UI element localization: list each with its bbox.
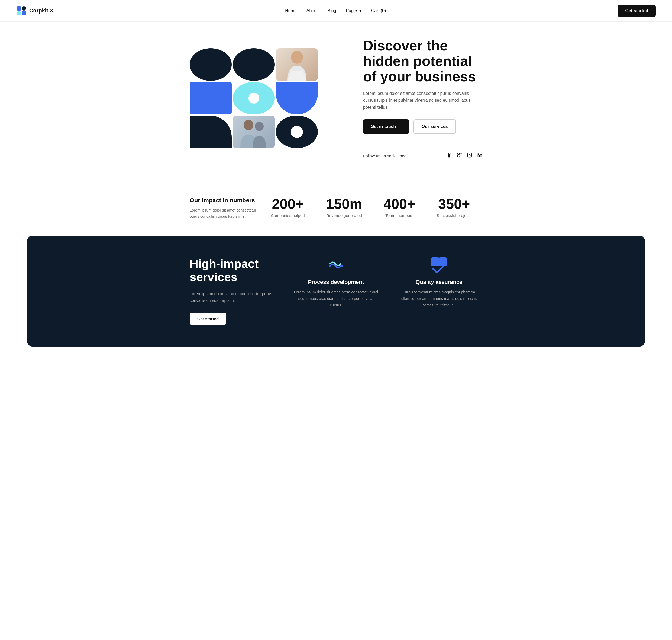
shape-blue-square — [190, 82, 232, 114]
stat-projects-label: Successful projects — [436, 213, 472, 218]
service-2-description: Turpis fermentum cras magnis est pharetr… — [395, 289, 482, 308]
shape-dark-circle-bottom — [276, 116, 318, 148]
facebook-icon[interactable] — [447, 153, 451, 159]
shape-dark-circle-top-mid — [233, 48, 275, 81]
logo-icon — [16, 6, 27, 16]
dark-description: Lorem ipsum dolor sit amet consectetur p… — [190, 290, 277, 304]
dark-section-grid: High-impact services Lorem ipsum dolor s… — [190, 257, 482, 325]
hero-visual — [190, 48, 325, 149]
social-label: Follow us on social media — [363, 154, 410, 158]
shape-dark-circle-top — [190, 48, 232, 81]
shape-photo-1 — [276, 48, 318, 81]
stat-revenue: 150m Revenue generated — [326, 197, 362, 218]
svg-point-10 — [478, 153, 479, 154]
hero-title: Discover the hidden potential of your bu… — [363, 38, 482, 85]
dark-title: High-impact services — [190, 257, 277, 283]
svg-point-6 — [255, 122, 264, 131]
svg-rect-1 — [22, 6, 26, 11]
stats-numbers: 200+ Companies helped 150m Revenue gener… — [260, 197, 482, 218]
social-icons — [447, 153, 482, 159]
stat-team: 400+ Team members — [384, 197, 415, 218]
stats-intro: Our impact in numbers Lorem ipsum dolor … — [190, 197, 260, 219]
hero-content: Discover the hidden potential of your bu… — [363, 38, 482, 159]
svg-rect-14 — [438, 257, 447, 266]
svg-point-5 — [243, 120, 253, 130]
nav-pages-dropdown[interactable]: Pages ▾ — [346, 8, 361, 13]
hero-buttons: Get in touch → Our services — [363, 119, 482, 134]
dark-intro: High-impact services Lorem ipsum dolor s… — [190, 257, 277, 325]
stat-companies-label: Companies helped — [271, 213, 304, 218]
chevron-down-icon: ▾ — [359, 8, 361, 13]
svg-rect-0 — [17, 6, 21, 11]
nav-about[interactable]: About — [307, 9, 318, 13]
stat-projects: 350+ Successful projects — [436, 197, 472, 218]
hero-social: Follow us on social media — [363, 145, 482, 159]
stat-companies: 200+ Companies helped — [271, 197, 304, 218]
hero-cta-secondary[interactable]: Our services — [414, 119, 456, 134]
svg-rect-3 — [22, 11, 26, 15]
stat-revenue-label: Revenue generated — [326, 213, 362, 218]
shape-cyan-circle — [233, 82, 275, 114]
svg-marker-12 — [341, 265, 344, 267]
instagram-icon[interactable] — [467, 153, 472, 159]
svg-rect-9 — [478, 155, 479, 157]
stat-revenue-number: 150m — [326, 197, 362, 211]
brand-logo[interactable]: Corpkit X — [16, 6, 54, 16]
navbar: Corpkit X Home About Blog Pages ▾ Cart (… — [0, 0, 672, 22]
brand-name: Corpkit X — [29, 8, 54, 14]
dark-section: High-impact services Lorem ipsum dolor s… — [27, 236, 645, 347]
service-1-title: Process development — [293, 279, 379, 285]
stats-description: Lorem ipsum dolor sit amet consectetur p… — [190, 207, 260, 219]
hero-cta-primary[interactable]: Get in touch → — [363, 119, 409, 134]
process-icon — [328, 257, 344, 274]
stat-projects-number: 350+ — [436, 197, 472, 211]
shape-photo-2 — [233, 116, 275, 148]
service-card-quality: Quality assurance Turpis fermentum cras … — [395, 257, 482, 325]
service-card-process: Process development Lorem ipsum dolor si… — [293, 257, 379, 325]
nav-cta-button[interactable]: Get started — [618, 5, 656, 17]
nav-blog[interactable]: Blog — [328, 9, 336, 13]
linkedin-icon[interactable] — [477, 153, 482, 159]
twitter-icon[interactable] — [457, 153, 462, 159]
shape-grid — [190, 48, 325, 148]
svg-point-4 — [291, 51, 303, 64]
stat-companies-number: 200+ — [271, 197, 304, 211]
service-1-description: Lorem ipsum dolor sit amet lorem consect… — [293, 289, 379, 308]
service-2-title: Quality assurance — [395, 279, 482, 285]
shape-blue-half — [276, 82, 318, 114]
svg-rect-2 — [17, 11, 21, 15]
hero-section: Discover the hidden potential of your bu… — [174, 22, 498, 180]
stat-team-label: Team members — [384, 213, 415, 218]
nav-links: Home About Blog Pages ▾ Cart (0) — [285, 8, 386, 13]
quality-icon — [431, 257, 447, 274]
dark-section-wrapper: High-impact services Lorem ipsum dolor s… — [0, 236, 672, 358]
nav-home[interactable]: Home — [285, 9, 297, 13]
shape-dark-bottom-left — [190, 116, 232, 148]
stat-team-number: 400+ — [384, 197, 415, 211]
stats-section: Our impact in numbers Lorem ipsum dolor … — [174, 180, 498, 236]
hero-description: Lorem ipsum dolor sit amet consectetur p… — [363, 90, 482, 111]
svg-rect-13 — [431, 257, 439, 266]
svg-rect-7 — [468, 153, 472, 157]
nav-cart[interactable]: Cart (0) — [371, 9, 386, 13]
stats-title: Our impact in numbers — [190, 197, 260, 204]
dark-cta-button[interactable]: Get started — [190, 313, 226, 325]
